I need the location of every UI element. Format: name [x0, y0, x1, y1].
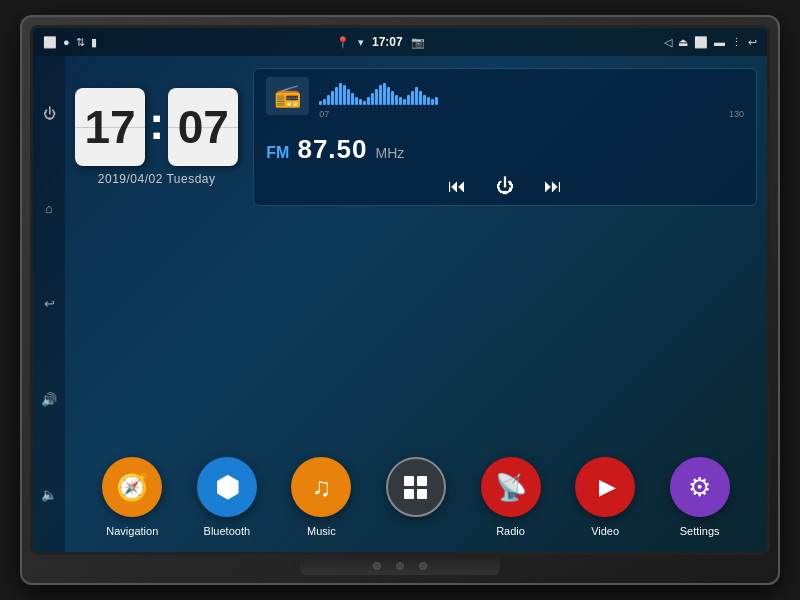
- bluetooth-icon: ⬢: [197, 457, 257, 517]
- radio-unit-label: MHz: [376, 145, 405, 161]
- side-button-panel: ⏻ ⌂ ↩ 🔊 🔈: [33, 56, 65, 552]
- vol-up-button[interactable]: 🔊: [39, 389, 59, 409]
- radio-next-button[interactable]: ⏭: [544, 176, 562, 197]
- spectrum-bar: [411, 91, 414, 105]
- status-left-icons: ⬜ ● ⇅ ▮: [43, 36, 97, 49]
- app-video[interactable]: ▶ Video: [575, 457, 635, 537]
- volume-icon: ◁: [664, 36, 672, 49]
- grid-icon: [401, 473, 430, 502]
- spectrum-bar: [323, 99, 326, 105]
- battery-icon: ▮: [91, 36, 97, 49]
- radio-info: FM 87.50 MHz: [266, 134, 744, 165]
- location-icon: 📍: [336, 36, 350, 49]
- spectrum-bar: [403, 99, 406, 105]
- spectrum-bar: [379, 85, 382, 105]
- spectrum-bar: [391, 91, 394, 105]
- spectrum-bar: [415, 87, 418, 105]
- spectrum-bar: [343, 85, 346, 105]
- spectrum-bar: [435, 97, 438, 105]
- radio-widget: 📻 07 130 FM: [253, 68, 757, 206]
- spectrum-bar: [327, 95, 330, 105]
- spectrum-bar: [359, 99, 362, 105]
- status-right-icons: ◁ ⏏ ⬜ ▬ ⋮ ↩: [664, 36, 757, 49]
- spectrum-bar: [367, 97, 370, 105]
- status-time: 17:07: [372, 35, 403, 49]
- radio-freq-display: 07 130: [319, 77, 744, 119]
- navigation-icon: 🧭: [102, 457, 162, 517]
- app-grid: 🧭 Navigation ⬢ Bluetooth ♫ Music: [65, 447, 767, 552]
- spectrum-bar: [383, 83, 386, 105]
- mount-dot-2: [396, 562, 404, 570]
- navigation-label: Navigation: [106, 525, 158, 537]
- content-area: 17 : 07 2019/04/02 Tuesday 📻: [65, 56, 767, 552]
- screen-icon: ⬜: [694, 36, 708, 49]
- clock-tiles: 17 : 07: [75, 88, 238, 166]
- spectrum-bar: [407, 95, 410, 105]
- spectrum-bar: [355, 97, 358, 105]
- usb-icon: ⇅: [76, 36, 85, 49]
- spectrum-bar: [335, 87, 338, 105]
- radio-spectrum-bars: [319, 77, 744, 105]
- car-stereo-device: ⬜ ● ⇅ ▮ 📍 ▾ 17:07 📷 ◁ ⏏ ⬜ ▬ ⋮ ↩: [20, 15, 780, 585]
- app-launcher[interactable]: [386, 457, 446, 537]
- music-label: Music: [307, 525, 336, 537]
- screen-bezel: ⬜ ● ⇅ ▮ 📍 ▾ 17:07 📷 ◁ ⏏ ⬜ ▬ ⋮ ↩: [30, 25, 770, 555]
- mount-dot-3: [419, 562, 427, 570]
- camera-icon: 📷: [411, 36, 425, 49]
- main-area: ⏻ ⌂ ↩ 🔊 🔈 17 : 07: [33, 56, 767, 552]
- clock-hours: 17: [75, 88, 145, 166]
- spectrum-bar: [395, 95, 398, 105]
- power-button[interactable]: ⏻: [39, 104, 59, 124]
- back-nav-icon[interactable]: ↩: [748, 36, 757, 49]
- spectrum-bar: [427, 97, 430, 105]
- app-navigation[interactable]: 🧭 Navigation: [102, 457, 162, 537]
- clock-colon: :: [149, 80, 164, 166]
- spectrum-bar: [375, 89, 378, 105]
- eject-icon: ⏏: [678, 36, 688, 49]
- vol-down-button[interactable]: 🔈: [39, 484, 59, 504]
- clock-widget: 17 : 07 2019/04/02 Tuesday: [75, 68, 238, 206]
- signal-icon: ▾: [358, 36, 364, 49]
- radio-app-icon: 📡: [481, 457, 541, 517]
- app-bluetooth[interactable]: ⬢ Bluetooth: [197, 457, 257, 537]
- main-screen: ⬜ ● ⇅ ▮ 📍 ▾ 17:07 📷 ◁ ⏏ ⬜ ▬ ⋮ ↩: [33, 28, 767, 552]
- spectrum-bar: [371, 93, 374, 105]
- spectrum-bar: [347, 89, 350, 105]
- apps-icon: [386, 457, 446, 517]
- radio-prev-button[interactable]: ⏮: [448, 176, 466, 197]
- spectrum-bar: [423, 95, 426, 105]
- video-icon: ▶: [575, 457, 635, 517]
- music-icon: ♫: [291, 457, 351, 517]
- app-music[interactable]: ♫ Music: [291, 457, 351, 537]
- device-mount: [300, 557, 500, 575]
- spectrum-bar: [339, 83, 342, 105]
- spectrum-bar: [399, 97, 402, 105]
- channel-end-label: 130: [729, 109, 744, 119]
- radio-label: Radio: [496, 525, 525, 537]
- spectrum-bar: [363, 101, 366, 105]
- spectrum-bar: [419, 91, 422, 105]
- notification-icon: ⬜: [43, 36, 57, 49]
- radio-channel-labels: 07 130: [319, 109, 744, 119]
- spectrum-bar: [431, 99, 434, 105]
- settings-icon: ⚙: [670, 457, 730, 517]
- minus-icon: ▬: [714, 36, 725, 48]
- radio-top: 📻 07 130: [266, 77, 744, 119]
- radio-frequency: 87.50: [297, 134, 367, 165]
- spectrum-bar: [387, 87, 390, 105]
- bluetooth-label: Bluetooth: [204, 525, 250, 537]
- home-button[interactable]: ⌂: [39, 199, 59, 219]
- back-button[interactable]: ↩: [39, 294, 59, 314]
- app-settings[interactable]: ⚙ Settings: [670, 457, 730, 537]
- clock-date: 2019/04/02 Tuesday: [98, 172, 216, 186]
- radio-band-label: FM: [266, 144, 289, 162]
- clock-minutes: 07: [168, 88, 238, 166]
- spectrum-bar: [351, 93, 354, 105]
- app-radio[interactable]: 📡 Radio: [481, 457, 541, 537]
- radio-power-button[interactable]: ⏻: [496, 176, 514, 197]
- status-bar: ⬜ ● ⇅ ▮ 📍 ▾ 17:07 📷 ◁ ⏏ ⬜ ▬ ⋮ ↩: [33, 28, 767, 56]
- mount-dot-1: [373, 562, 381, 570]
- spectrum-bar: [319, 101, 322, 105]
- status-center: 📍 ▾ 17:07 📷: [336, 35, 425, 49]
- more-icon: ⋮: [731, 36, 742, 49]
